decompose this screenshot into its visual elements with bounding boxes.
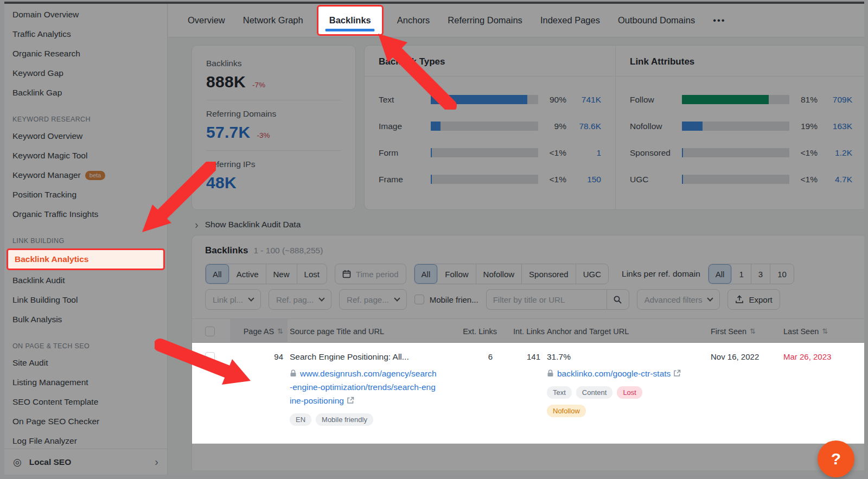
int-links-value: 141	[527, 352, 540, 361]
placement-tag: Content	[576, 386, 613, 399]
source-page-title: Search Engine Positioning: All...	[290, 352, 448, 362]
lost-tag: Lost	[617, 386, 642, 399]
cell-anchor: 31.7% backlinko.com/google-ctr-stats Tex…	[547, 352, 709, 417]
language-tag: EN	[290, 413, 311, 426]
lock-icon	[290, 369, 297, 377]
first-seen-date: Nov 16, 2022	[711, 352, 759, 361]
external-link-icon	[347, 397, 354, 404]
external-link-icon	[673, 369, 681, 377]
annotation-arrow-to-table-row	[155, 337, 258, 392]
source-url-link[interactable]: www.designrush.com/agency/search-engine-…	[290, 367, 437, 407]
help-button[interactable]: ?	[818, 440, 854, 477]
cell-int-links: 141	[499, 352, 545, 361]
target-url-link[interactable]: backlinko.com/google-ctr-stats	[547, 367, 694, 380]
sidebar-item-backlink-analytics[interactable]: Backlink Analytics	[7, 248, 165, 270]
mobile-friendly-tag: Mobile friendly	[316, 413, 373, 426]
cell-source: Search Engine Positioning: All... www.de…	[290, 352, 448, 426]
ext-links-value: 6	[488, 352, 493, 361]
link-type-tag: Text	[547, 386, 572, 399]
last-seen-date: Mar 26, 2023	[783, 352, 831, 361]
lock-icon	[547, 369, 554, 377]
cell-first-seen: Nov 16, 2022	[711, 352, 781, 361]
cell-last-seen: Mar 26, 2023	[783, 352, 845, 361]
anchor-text: 31.7%	[547, 352, 709, 362]
screenshot-stage: Domain Overview Traffic Analytics Organi…	[0, 0, 868, 479]
source-url-text: www.designrush.com/agency/search-engine-…	[290, 369, 437, 405]
tab-backlinks-label: Backlinks	[329, 15, 371, 25]
target-url-text: backlinko.com/google-ctr-stats	[557, 369, 671, 378]
annotation-arrow-to-backlinks-tab	[366, 28, 458, 110]
page-as-value: 94	[274, 352, 283, 361]
table-row[interactable]: 94 Search Engine Positioning: All... www…	[192, 343, 864, 444]
cell-ext-links: 6	[450, 352, 497, 361]
annotation-arrow-to-backlink-analytics	[135, 162, 216, 237]
nofollow-tag: Nofollow	[547, 405, 586, 417]
